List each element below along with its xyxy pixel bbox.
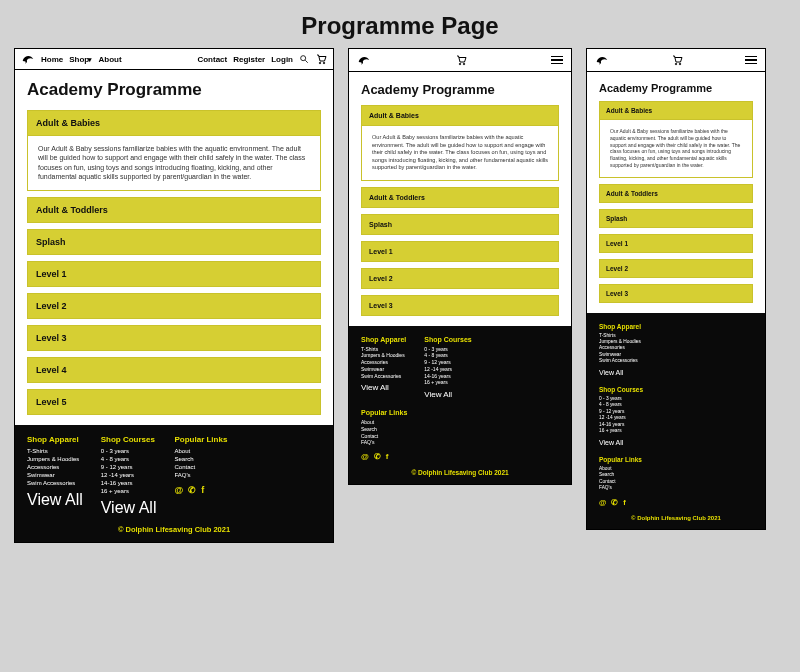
search-icon[interactable] [299,54,309,64]
hamburger-icon[interactable] [551,56,563,65]
footer-link[interactable]: 4 - 8 years [424,352,471,359]
footer-heading: Shop Apparel [599,323,753,330]
facebook-icon[interactable]: f [623,498,626,507]
footer-link[interactable]: View All [599,369,623,376]
footer-link[interactable]: Jumpers & Hoodies [361,352,406,359]
footer-link[interactable]: About [361,419,559,426]
nav-contact[interactable]: Contact [197,55,227,64]
cart-icon[interactable] [671,54,683,66]
footer-link[interactable]: Search [361,426,559,433]
footer-link[interactable]: 12 -14 years [101,471,157,479]
svg-point-7 [679,63,681,65]
accordion-header[interactable]: Splash [361,214,559,235]
cart-icon[interactable] [455,54,467,66]
nav-register[interactable]: Register [233,55,265,64]
heading: Academy Programme [599,82,753,94]
footer-link[interactable]: Swim Accessories [599,358,753,364]
footer-link[interactable]: View All [599,439,623,446]
accordion-item-open: Adult & Babies Our Adult & Baby sessions… [27,110,321,191]
svg-point-6 [675,63,677,65]
social-icons: @ ✆ f [174,485,227,495]
whatsapp-icon[interactable]: ✆ [188,485,196,495]
accordion-header[interactable]: Splash [27,229,321,255]
footer-link[interactable]: Swim Accessories [27,479,83,487]
nav-login[interactable]: Login [271,55,293,64]
footer-col-apparel: Shop Apparel T-Shirts Jumpers & Hoodies … [361,336,406,400]
footer-link[interactable]: Swimwear [361,366,406,373]
footer-link[interactable]: 0 - 3 years [101,447,157,455]
footer-link[interactable]: T-Shirts [361,346,406,353]
accordion-header[interactable]: Level 3 [361,295,559,316]
nav-about[interactable]: About [98,55,121,64]
footer-link[interactable]: Swimwear [27,471,83,479]
accordion-header[interactable]: Level 4 [27,357,321,383]
dolphin-logo[interactable] [21,52,35,66]
facebook-icon[interactable]: f [201,485,204,495]
footer-link[interactable]: View All [27,491,83,508]
footer-link[interactable]: 12 -14 years [424,366,471,373]
footer-link[interactable]: FAQ's [361,439,559,446]
dolphin-logo[interactable] [357,53,371,67]
footer-link[interactable]: 9 - 12 years [101,463,157,471]
accordion-header[interactable]: Level 1 [599,234,753,253]
nav-home[interactable]: Home [41,55,63,64]
footer-link[interactable]: View All [361,383,389,392]
at-icon[interactable]: @ [599,498,606,507]
footer-link[interactable]: 16 + years [424,379,471,386]
footer-link[interactable]: Swim Accessories [361,373,406,380]
accordion-header[interactable]: Adult & Babies [361,105,559,126]
accordion-header[interactable]: Adult & Toddlers [27,197,321,223]
nav-shop[interactable]: Shop ▾ [69,55,92,64]
footer-link[interactable]: 14-16 years [424,373,471,380]
dolphin-logo[interactable] [595,53,609,67]
accordion-header[interactable]: Level 3 [27,325,321,351]
footer-col-apparel: Shop Apparel T-Shirts Jumpers & Hoodies … [599,323,753,376]
at-icon[interactable]: @ [174,485,183,495]
footer-link[interactable]: Accessories [27,463,83,471]
accordion-header[interactable]: Level 1 [361,241,559,262]
footer-col-courses: Shop Courses 0 - 3 years 4 - 8 years 9 -… [599,386,753,446]
footer-link[interactable]: 14-16 years [101,479,157,487]
footer: Shop Apparel T-Shirts Jumpers & Hoodies … [587,313,765,529]
at-icon[interactable]: @ [361,452,369,461]
footer-link[interactable]: View All [424,390,452,399]
hamburger-icon[interactable] [745,56,757,65]
accordion-header[interactable]: Adult & Babies [599,101,753,120]
accordion-header[interactable]: Splash [599,209,753,228]
heading: Academy Programme [361,82,559,97]
accordion-header[interactable]: Level 2 [599,259,753,278]
footer-link[interactable]: About [174,447,227,455]
footer-link[interactable]: 4 - 8 years [101,455,157,463]
footer-link[interactable]: FAQ's [599,485,753,491]
main-content: Academy Programme Adult & Babies Our Adu… [15,70,333,425]
accordion-header[interactable]: Adult & Toddlers [361,187,559,208]
copyright: © Dolphin Lifesaving Club 2021 [361,469,559,476]
footer-link[interactable]: FAQ's [174,471,227,479]
footer: Shop Apparel T-Shirts Jumpers & Hoodies … [15,425,333,543]
accordion-header[interactable]: Adult & Babies [27,110,321,136]
footer-link[interactable]: 16 + years [101,487,157,495]
whatsapp-icon[interactable]: ✆ [374,452,381,461]
footer-heading: Shop Courses [599,386,753,393]
accordion-header[interactable]: Level 2 [361,268,559,289]
footer-link[interactable]: Contact [361,433,559,440]
footer-link[interactable]: View All [101,499,157,516]
accordion-header[interactable]: Level 2 [27,293,321,319]
footer-link[interactable]: 9 - 12 years [424,359,471,366]
footer-link[interactable]: Jumpers & Hoodies [27,455,83,463]
accordion-header[interactable]: Level 1 [27,261,321,287]
footer-link[interactable]: Contact [174,463,227,471]
accordion-header[interactable]: Adult & Toddlers [599,184,753,203]
footer-link[interactable]: T-Shirts [27,447,83,455]
facebook-icon[interactable]: f [386,452,389,461]
cart-icon[interactable] [315,53,327,65]
accordion-header[interactable]: Level 3 [599,284,753,303]
whatsapp-icon[interactable]: ✆ [611,498,618,507]
footer-col-courses: Shop Courses 0 - 3 years 4 - 8 years 9 -… [424,336,471,400]
footer-link[interactable]: Search [174,455,227,463]
footer-link[interactable]: 0 - 3 years [424,346,471,353]
accordion-header[interactable]: Level 5 [27,389,321,415]
footer-link[interactable]: Accessories [361,359,406,366]
accordion-item-open: Adult & Babies Our Adult & Baby sessions… [599,101,753,178]
footer-link[interactable]: 16 + years [599,428,753,434]
